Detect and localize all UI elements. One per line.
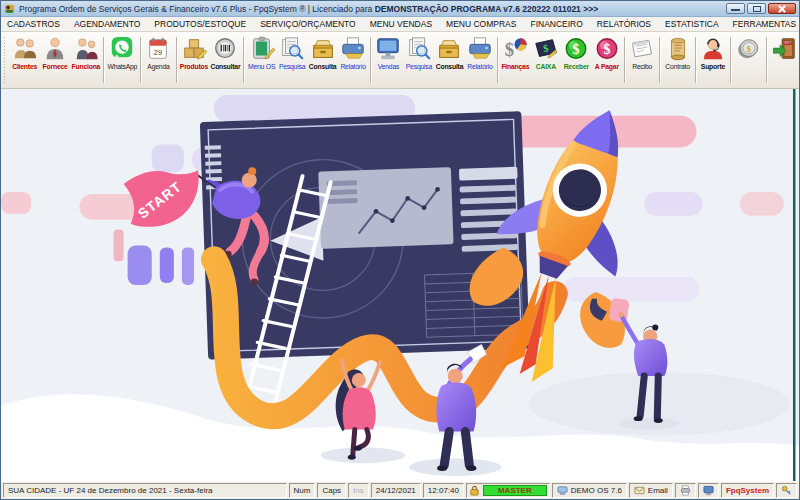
status-key — [776, 483, 797, 498]
toolbar-agenda[interactable]: 29 Agenda — [143, 33, 174, 87]
toolbar-separator — [624, 37, 625, 83]
application-window: Programa Ordem de Serviços Gerais & Fina… — [0, 0, 800, 500]
toolbar-sair[interactable]: EXIT — [768, 33, 799, 87]
toolbar-separator — [140, 37, 141, 83]
mail-icon — [634, 485, 645, 496]
cashbook-icon: $ — [532, 36, 560, 62]
computer-icon — [557, 485, 568, 496]
minimize-button[interactable] — [726, 3, 745, 14]
menu-bar: CADASTROS AGENDAMENTO PRODUTOS/ESTOQUE S… — [1, 17, 799, 32]
file-drawer-icon — [309, 36, 337, 62]
title-bar: Programa Ordem de Serviços Gerais & Fina… — [1, 1, 799, 17]
products-boxes-icon — [180, 36, 208, 62]
exit-door-icon: EXIT — [770, 36, 798, 62]
client-area: START — [1, 89, 799, 481]
svg-text:EXIT: EXIT — [785, 41, 792, 45]
dollar-green-icon: $ — [562, 36, 590, 62]
toolbar-separator — [659, 37, 660, 83]
menu-financeiro[interactable]: FINANCEIRO — [530, 19, 582, 29]
toolbar-pesquisa-vendas[interactable]: Pesquisa — [404, 33, 435, 87]
menu-ferramentas[interactable]: FERRAMENTAS — [733, 19, 797, 29]
menu-estatistica[interactable]: ESTATISTICA — [665, 19, 719, 29]
dashboard-board — [200, 111, 530, 359]
suppliers-icon — [41, 36, 69, 62]
toolbar-produtos[interactable]: Produtos — [179, 33, 210, 87]
status-version: DEMO OS 7.6 — [552, 483, 627, 498]
app-logo-icon — [4, 3, 15, 14]
file-drawer-icon — [435, 36, 463, 62]
toolbar-separator — [695, 37, 696, 83]
svg-text:$: $ — [505, 39, 514, 60]
status-date: 24/12/2021 — [371, 483, 421, 498]
toolbar-fornece[interactable]: Fornece — [40, 33, 71, 87]
toolbar-suporte[interactable]: Suporte — [698, 33, 729, 87]
toolbar-consultar[interactable]: Consultar — [209, 33, 241, 87]
receipt-icon — [628, 36, 656, 62]
menu-cadastros[interactable]: CADASTROS — [7, 19, 60, 29]
status-monitor — [698, 483, 719, 498]
printer-icon — [680, 485, 691, 496]
dollar-red-icon: $ — [593, 36, 621, 62]
toolbar-recibo[interactable]: Recibo — [627, 33, 658, 87]
svg-text:$: $ — [573, 42, 580, 57]
contract-scroll-icon — [664, 36, 692, 62]
toolbar-separator — [176, 37, 177, 83]
status-printer — [675, 483, 696, 498]
menu-produtos-estoque[interactable]: PRODUTOS/ESTOQUE — [154, 19, 246, 29]
toolbar-separator — [766, 37, 767, 83]
status-bar: SUA CIDADE - UF 24 de Dezembro de 2021 -… — [1, 481, 799, 499]
status-numlock: Num — [289, 483, 316, 498]
toolbar-separator — [243, 37, 244, 83]
toolbar-menu-os[interactable]: Menu OS — [246, 33, 277, 87]
menu-relatorios[interactable]: RELATÓRIOS — [597, 19, 651, 29]
report-printer-icon — [466, 36, 494, 62]
close-button[interactable] — [768, 3, 796, 14]
toolbar-a-pagar[interactable]: $ A Pagar — [592, 33, 623, 87]
menu-vendas[interactable]: MENU VENDAS — [370, 19, 432, 29]
toolbar-receber[interactable]: $ Receber — [561, 33, 592, 87]
search-docs-icon — [405, 36, 433, 62]
menu-agendamento[interactable]: AGENDAMENTO — [74, 19, 140, 29]
svg-text:$: $ — [603, 42, 610, 57]
toolbar-whatsapp[interactable]: WhatsApp — [106, 33, 138, 87]
svg-text:$: $ — [747, 45, 751, 54]
employees-icon — [72, 36, 100, 62]
calendar-icon: 29 — [144, 36, 172, 62]
toolbar-consulta-os[interactable]: Consulta — [307, 33, 338, 87]
toolbar-contrato[interactable]: Contrato — [662, 33, 693, 87]
toolbar-vendas[interactable]: Vendas — [373, 33, 404, 87]
coin-icon: $ — [734, 36, 762, 62]
menu-compras[interactable]: MENU COMPRAS — [446, 19, 516, 29]
svg-text:29: 29 — [154, 48, 162, 57]
toolbar-clientes[interactable]: Clientes — [9, 33, 40, 87]
toolbar-separator — [103, 37, 104, 83]
status-location-date: SUA CIDADE - UF 24 de Dezembro de 2021 -… — [3, 483, 287, 498]
search-docs-icon — [278, 36, 306, 62]
toolbar-consulta-vendas[interactable]: Consulta — [434, 33, 465, 87]
toolbar: Clientes Fornece Funciona WhatsApp — [1, 32, 799, 89]
window-title: Programa Ordem de Serviços Gerais & Fina… — [19, 4, 722, 14]
toolbar-caixa[interactable]: $ CAIXA — [531, 33, 562, 87]
toolbar-separator — [370, 37, 371, 83]
toolbar-moeda[interactable]: $ — [733, 33, 764, 87]
menu-servico-orcamento[interactable]: SERVIÇO/ORÇAMENTO — [260, 19, 356, 29]
finance-pie-icon: $ — [501, 36, 529, 62]
toolbar-relatorio-os[interactable]: Relatório — [338, 33, 369, 87]
status-insert: Ins — [348, 483, 369, 498]
toolbar-financas[interactable]: $ Finanças — [500, 33, 531, 87]
maximize-button[interactable] — [747, 3, 766, 14]
sales-monitor-icon — [374, 36, 402, 62]
padlock-icon — [469, 485, 480, 496]
report-printer-icon — [339, 36, 367, 62]
monitor-icon — [703, 485, 714, 496]
toolbar-separator — [497, 37, 498, 83]
status-brand: FpqSystem — [721, 483, 774, 498]
status-time: 12:07:40 — [423, 483, 464, 498]
toolbar-separator — [730, 37, 731, 83]
right-edge-line — [793, 89, 796, 481]
toolbar-funciona[interactable]: Funciona — [70, 33, 101, 87]
barcode-search-icon — [211, 36, 239, 62]
toolbar-relatorio-vendas[interactable]: Relatório — [465, 33, 496, 87]
toolbar-pesquisa-os[interactable]: Pesquisa — [277, 33, 308, 87]
status-capslock: Caps — [317, 483, 346, 498]
